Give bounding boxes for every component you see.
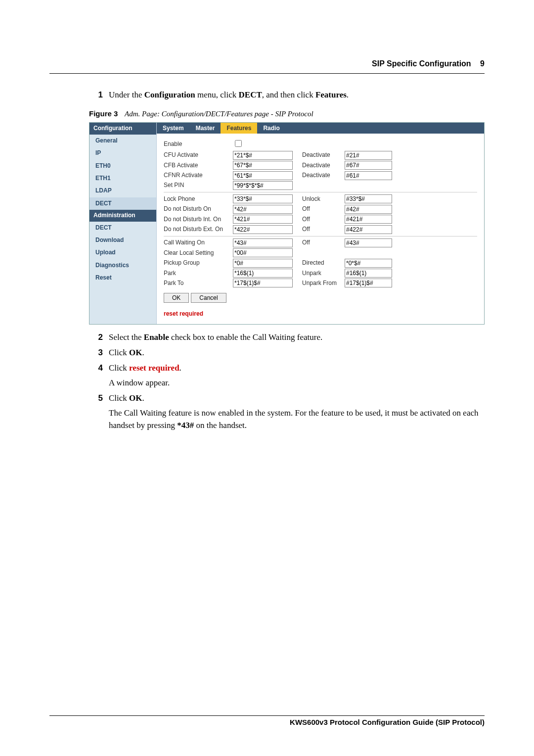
form-row: Call Waiting OnOff	[164, 236, 477, 247]
text: .	[347, 90, 349, 99]
tab-radio[interactable]: Radio	[257, 123, 285, 134]
code-input[interactable]	[345, 259, 392, 268]
tab-master[interactable]: Master	[190, 123, 221, 134]
bold-text: Enable	[144, 332, 169, 342]
page-number: 9	[480, 59, 485, 68]
step-number: 3	[89, 347, 103, 359]
row-field-1	[233, 215, 302, 224]
text: menu, click	[195, 90, 239, 99]
row-label: Do not Disturb On	[164, 205, 233, 213]
sidebar-category-configuration: Configuration	[89, 123, 156, 134]
code-input[interactable]	[345, 238, 392, 247]
code-input[interactable]	[233, 269, 293, 278]
sidebar-item-dect[interactable]: DECT	[89, 197, 156, 210]
figure-caption: Figure 3 Adm. Page: Configuration/DECT/F…	[89, 108, 485, 120]
code-input[interactable]	[233, 215, 293, 224]
sidebar-item-diagnostics[interactable]: Diagnostics	[89, 259, 156, 272]
step-text: Click OK. The Call Waiting feature is no…	[109, 392, 485, 432]
form-row: Clear Local Setting	[164, 248, 477, 257]
sidebar-item-reset[interactable]: Reset	[89, 272, 156, 284]
row-label-2: Off	[302, 238, 345, 247]
code-input[interactable]	[345, 279, 392, 287]
row-field-2	[345, 238, 392, 247]
row-field-1	[233, 279, 302, 287]
code-input[interactable]	[233, 259, 293, 268]
code-input[interactable]	[233, 248, 293, 257]
document-page: SIP Specific Configuration 9 1 Under the…	[0, 0, 534, 756]
step-5: 5 Click OK. The Call Waiting feature is …	[89, 392, 485, 432]
code-input[interactable]	[233, 225, 293, 234]
row-field-2	[345, 161, 392, 170]
code-input[interactable]	[233, 238, 293, 247]
form-row: Enable	[164, 139, 477, 149]
row-field-2	[345, 215, 392, 224]
step-text: Under the Configuration menu, click DECT…	[109, 89, 485, 101]
code-input[interactable]	[233, 205, 293, 214]
text: , and then click	[262, 90, 315, 99]
sidebar-item-ldap[interactable]: LDAP	[89, 185, 156, 197]
row-label: Do not Disturb Ext. On	[164, 225, 233, 234]
row-label: Do not Disturb Int. On	[164, 215, 233, 224]
sidebar-item-download[interactable]: Download	[89, 234, 156, 246]
ok-button[interactable]: OK	[164, 293, 189, 303]
text: on the handset.	[194, 421, 247, 430]
sidebar-item-eth1[interactable]: ETH1	[89, 172, 156, 185]
row-field-1	[233, 248, 302, 257]
enable-checkbox[interactable]	[235, 140, 242, 147]
form-row: Park ToUnpark From	[164, 279, 477, 287]
tab-system[interactable]: System	[157, 123, 190, 134]
code-input[interactable]	[345, 171, 392, 180]
code-input[interactable]	[233, 151, 293, 160]
text: Select the	[109, 332, 144, 342]
code-input[interactable]	[345, 161, 392, 170]
reset-required-text: reset required	[129, 363, 179, 373]
tab-features[interactable]: Features	[221, 123, 257, 134]
code-input[interactable]	[345, 194, 392, 203]
row-label: CFNR Activate	[164, 171, 233, 180]
code-input[interactable]	[233, 161, 293, 170]
row-field-1	[233, 194, 302, 203]
form-row: Set PIN	[164, 181, 477, 190]
step-4: 4 Click reset required. A window appear.	[89, 362, 485, 389]
sidebar-category-administration: Administration	[89, 210, 156, 221]
reset-required-link[interactable]: reset required	[164, 310, 477, 318]
form-row: CFB ActivateDeactivate	[164, 161, 477, 170]
code-input[interactable]	[233, 279, 293, 287]
row-label: CFU Activate	[164, 151, 233, 159]
step-text: Click reset required. A window appear.	[109, 362, 485, 389]
form-row: Pickup GroupDirected	[164, 259, 477, 268]
step-paragraph: The Call Waiting feature is now enabled …	[109, 407, 485, 431]
text: Click	[109, 348, 129, 357]
row-label-2: Deactivate	[302, 151, 345, 159]
step-3: 3 Click OK.	[89, 347, 485, 359]
sidebar: Configuration General IP ETH0 ETH1 LDAP …	[89, 123, 157, 324]
row-label-2: Unpark From	[302, 279, 345, 287]
row-label: Lock Phone	[164, 195, 233, 203]
sidebar-item-eth0[interactable]: ETH0	[89, 160, 156, 172]
sidebar-item-admin-dect[interactable]: DECT	[89, 222, 156, 234]
section-title: SIP Specific Configuration	[372, 59, 471, 68]
code-input[interactable]	[345, 151, 392, 160]
code-input[interactable]	[345, 225, 392, 234]
text: Click	[109, 363, 129, 373]
sidebar-item-ip[interactable]: IP	[89, 147, 156, 159]
bold-text: OK	[129, 348, 142, 357]
row-field-2	[345, 279, 392, 287]
figure-label: Figure 3	[89, 109, 118, 118]
step-text: Select the Enable check box to enable th…	[109, 331, 485, 344]
form-row: Do not Disturb Int. OnOff	[164, 215, 477, 224]
code-input[interactable]	[345, 215, 392, 224]
row-label-2: Off	[302, 205, 345, 213]
row-field-2	[345, 225, 392, 234]
code-input[interactable]	[233, 194, 293, 203]
step-number: 5	[89, 392, 103, 432]
sidebar-item-upload[interactable]: Upload	[89, 246, 156, 259]
row-label-2: Off	[302, 215, 345, 224]
code-input[interactable]	[233, 181, 293, 190]
code-input[interactable]	[345, 269, 392, 278]
sidebar-item-general[interactable]: General	[89, 135, 156, 147]
bold-text: Configuration	[144, 90, 195, 99]
cancel-button[interactable]: Cancel	[191, 293, 226, 303]
code-input[interactable]	[345, 205, 392, 214]
code-input[interactable]	[233, 171, 293, 180]
